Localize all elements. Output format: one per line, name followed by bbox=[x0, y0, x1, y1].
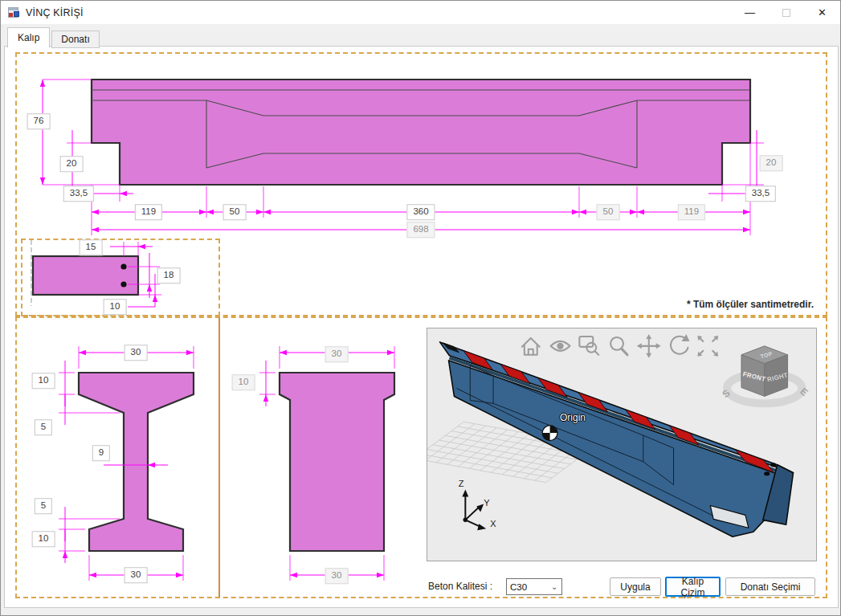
dim-isection-web-width: 9 bbox=[92, 445, 110, 461]
dim-left-notch-width: 33,5 bbox=[63, 186, 94, 202]
chevron-down-icon: ⌄ bbox=[551, 584, 557, 590]
app-icon bbox=[8, 6, 21, 19]
maximize-button[interactable] bbox=[768, 1, 804, 24]
dim-isection-bottom-flange: 10 bbox=[32, 531, 55, 547]
close-button[interactable]: ✕ bbox=[804, 1, 840, 24]
beam-3d-model[interactable] bbox=[440, 342, 794, 536]
dim-isection-bottom-width: 30 bbox=[125, 567, 148, 583]
dim-left-taper-segment: 50 bbox=[223, 204, 247, 220]
dim-right-notch-height: 20 bbox=[760, 155, 783, 171]
title-bar[interactable]: VİNÇ KİRİŞİ — ✕ bbox=[1, 1, 840, 24]
dim-left-end-segment: 119 bbox=[135, 204, 162, 220]
dim-isection-top-flange: 10 bbox=[32, 373, 55, 389]
window-title: VİNÇ KİRİŞİ bbox=[26, 7, 84, 18]
dim-bolt-bottom-distance: 10 bbox=[104, 299, 127, 315]
section-divider-line bbox=[218, 317, 220, 598]
home-icon[interactable] bbox=[522, 338, 540, 355]
dim-right-notch-width: 33,5 bbox=[745, 186, 776, 202]
concrete-grade-value: C30 bbox=[510, 582, 527, 592]
axis-z-label: Z bbox=[459, 479, 464, 488]
dim-right-end-segment: 119 bbox=[678, 204, 705, 220]
bolt-hole-dot bbox=[770, 463, 776, 467]
tab-donati[interactable]: Donatı bbox=[51, 31, 99, 48]
dim-right-taper-segment: 50 bbox=[597, 204, 620, 220]
dim-bolt-edge-distance: 15 bbox=[80, 239, 103, 255]
dim-endsection-flange: 10 bbox=[232, 374, 255, 390]
dim-total-height: 76 bbox=[27, 113, 51, 129]
eye-icon[interactable] bbox=[551, 341, 570, 351]
axis-triad bbox=[462, 490, 486, 531]
orbit-icon[interactable] bbox=[671, 334, 689, 354]
dim-total-length: 698 bbox=[406, 222, 435, 238]
dim-middle-segment: 360 bbox=[406, 204, 435, 220]
dim-isection-top-taper: 5 bbox=[35, 419, 52, 435]
dim-bolt-spacing: 18 bbox=[157, 267, 181, 284]
dim-isection-top-width: 30 bbox=[125, 345, 148, 361]
app-window: VİNÇ KİRİŞİ — ✕ Kalıp Donatı bbox=[0, 0, 841, 616]
units-note: * Tüm ölçüler santimetredir. bbox=[563, 299, 814, 310]
axis-y-label: Y bbox=[484, 498, 489, 508]
zoom-window-icon[interactable] bbox=[579, 337, 598, 355]
zoom-icon[interactable] bbox=[610, 337, 627, 355]
concrete-grade-select[interactable]: C30 ⌄ bbox=[506, 578, 562, 595]
concrete-grade-label: Beton Kalitesi : bbox=[428, 581, 492, 592]
pan-icon[interactable] bbox=[637, 334, 661, 358]
dim-isection-bottom-taper: 5 bbox=[35, 498, 52, 514]
axis-x-label: X bbox=[490, 519, 496, 528]
fullscreen-icon[interactable] bbox=[697, 336, 718, 357]
rebar-select-button[interactable]: Donatı Seçimi bbox=[725, 577, 815, 596]
apply-button[interactable]: Uygula bbox=[610, 577, 661, 596]
origin-label: Origin bbox=[560, 412, 586, 423]
dim-endsection-top-width: 30 bbox=[325, 346, 349, 362]
bolt-hole-dot bbox=[764, 471, 770, 475]
minimize-button[interactable]: — bbox=[732, 1, 768, 24]
viewport-3d[interactable] bbox=[427, 328, 817, 561]
formwork-draw-button[interactable]: Kalıp Çizim bbox=[665, 577, 721, 597]
viewport-canvas[interactable] bbox=[427, 328, 816, 561]
tab-kalip[interactable]: Kalıp bbox=[7, 27, 50, 48]
dim-endsection-bottom-width: 30 bbox=[325, 568, 349, 584]
dim-left-notch-height: 20 bbox=[60, 156, 84, 172]
maximize-icon bbox=[782, 9, 790, 17]
tab-strip: Kalıp Donatı bbox=[7, 27, 101, 48]
origin-marker[interactable] bbox=[542, 426, 557, 441]
